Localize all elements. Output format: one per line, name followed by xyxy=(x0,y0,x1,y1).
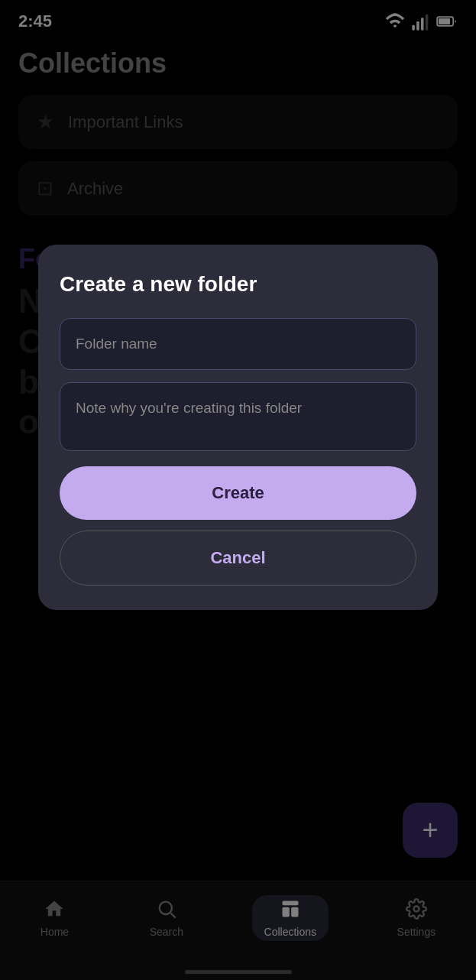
cancel-button[interactable]: Cancel xyxy=(60,531,416,586)
folder-note-input[interactable] xyxy=(60,382,416,451)
folder-name-input[interactable] xyxy=(60,318,416,370)
create-button[interactable]: Create xyxy=(60,466,416,520)
modal-title: Create a new folder xyxy=(60,272,416,297)
create-folder-modal: Create a new folder Create Cancel xyxy=(38,245,438,610)
